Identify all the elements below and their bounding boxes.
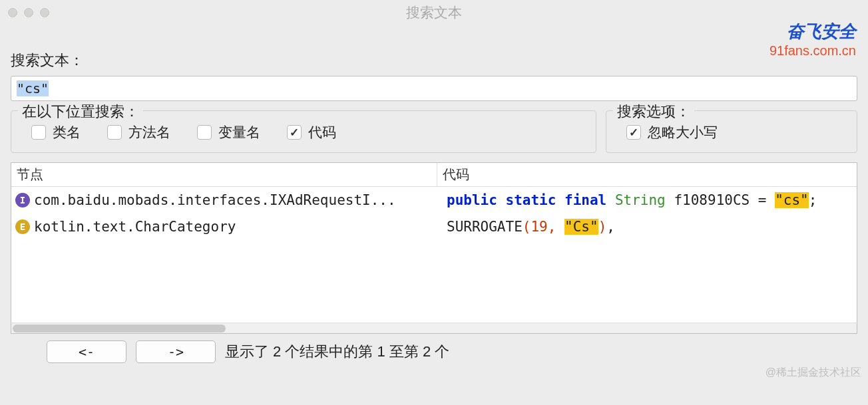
brand-name: 奋飞安全 [769,20,856,43]
search-options-group: 搜索选项： 忽略大小写 [606,110,857,153]
prev-button[interactable]: <- [47,340,126,363]
checkbox-icon[interactable] [107,125,122,140]
results-header: 节点 代码 [11,163,857,187]
brand-url: 91fans.com.cn [769,43,856,59]
search-options-legend: 搜索选项： [613,102,694,122]
scope-option-label: 方法名 [128,123,170,142]
node-path: com.baidu.mobads.interfaces.IXAdRequestI… [34,192,396,208]
checkbox-icon[interactable] [626,125,641,140]
table-row[interactable]: Ekotlin.text.CharCategorySURROGATE(19, "… [11,213,857,240]
scope-option-label: 类名 [53,123,81,142]
horizontal-scrollbar[interactable] [11,323,857,333]
scope-option-label: 变量名 [218,123,260,142]
scope-option[interactable]: 方法名 [107,123,170,142]
checkbox-icon[interactable] [197,125,212,140]
table-row[interactable]: Icom.baidu.mobads.interfaces.IXAdRequest… [11,187,857,213]
window-title: 搜索文本 [0,3,868,22]
search-scope-group: 在以下位置搜索： 类名方法名变量名代码 [11,110,596,153]
column-code-header[interactable]: 代码 [437,163,857,186]
enum-icon: E [15,219,30,234]
next-button[interactable]: -> [136,340,216,363]
search-value: "cs" [17,80,49,96]
interface-icon: I [15,193,30,207]
search-input[interactable]: "cs" [11,76,857,101]
footer-watermark: @稀土掘金技术社区 [765,366,861,380]
checkbox-icon[interactable] [31,125,46,140]
checkbox-icon[interactable] [287,125,302,140]
code-snippet: SURROGATE(19, "Cs"), [437,219,857,235]
window-titlebar: 搜索文本 [0,0,868,25]
column-node-header[interactable]: 节点 [11,163,437,186]
node-path: kotlin.text.CharCategory [34,219,236,235]
scope-option[interactable]: 类名 [31,123,81,142]
bottom-bar: <- -> 显示了 2 个结果中的第 1 至第 2 个 [0,334,868,363]
scope-option[interactable]: 变量名 [197,123,260,142]
scope-option-label: 代码 [308,123,336,142]
search-option[interactable]: 忽略大小写 [626,123,718,142]
results-table: 节点 代码 Icom.baidu.mobads.interfaces.IXAdR… [11,162,857,334]
code-snippet: public static final String f108910CS = "… [437,192,857,208]
brand-watermark: 奋飞安全 91fans.com.cn [769,20,856,59]
status-text: 显示了 2 个结果中的第 1 至第 2 个 [225,342,449,362]
search-scope-legend: 在以下位置搜索： [18,102,143,122]
scrollbar-thumb[interactable] [13,325,226,333]
search-option-label: 忽略大小写 [648,123,718,142]
search-label: 搜索文本： [11,51,857,70]
scope-option[interactable]: 代码 [287,123,336,142]
